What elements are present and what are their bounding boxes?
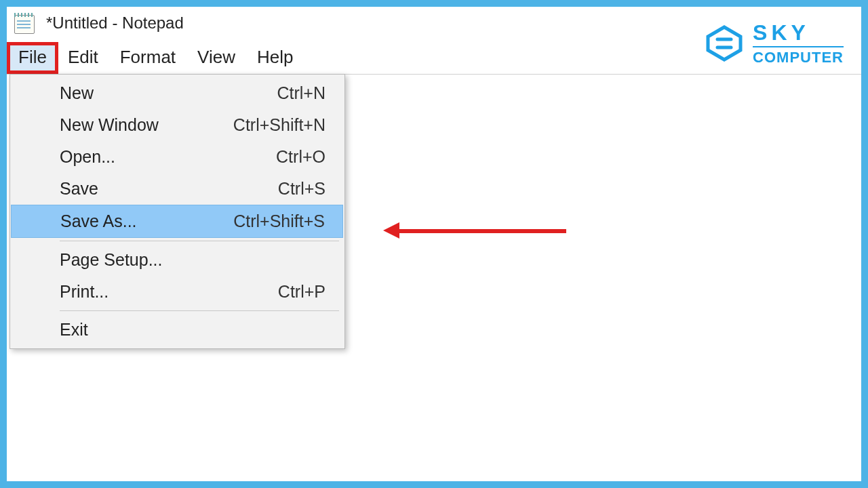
menu-help[interactable]: Help: [246, 43, 304, 73]
menu-item-save[interactable]: Save Ctrl+S: [53, 173, 343, 205]
menu-item-save-as[interactable]: Save As... Ctrl+Shift+S: [11, 205, 343, 238]
menu-item-label: New Window: [60, 115, 159, 135]
menu-item-shortcut: Ctrl+Shift+S: [213, 211, 325, 231]
menu-item-open[interactable]: Open... Ctrl+O: [53, 141, 343, 173]
menu-item-exit[interactable]: Exit: [53, 314, 343, 346]
notepad-window: *Untitled - Notepad File Edit Format Vie…: [7, 7, 861, 481]
file-dropdown-menu: New Ctrl+N New Window Ctrl+Shift+N Open.…: [9, 74, 345, 349]
window-title: *Untitled - Notepad: [46, 14, 184, 33]
menu-edit[interactable]: Edit: [57, 43, 109, 73]
menu-item-print[interactable]: Print... Ctrl+P: [53, 276, 343, 308]
menu-item-page-setup[interactable]: Page Setup...: [53, 244, 343, 276]
menu-item-shortcut: Ctrl+S: [258, 179, 326, 199]
logo-mark-icon: [705, 24, 743, 62]
menu-item-shortcut: Ctrl+Shift+N: [213, 115, 326, 135]
menu-item-shortcut: Ctrl+O: [256, 147, 326, 167]
menu-item-new[interactable]: New Ctrl+N: [53, 77, 343, 109]
menu-separator: [60, 310, 339, 311]
annotation-arrow-icon: [383, 225, 566, 237]
menu-view[interactable]: View: [186, 43, 246, 73]
menu-item-new-window[interactable]: New Window Ctrl+Shift+N: [53, 109, 343, 141]
menu-item-label: Page Setup...: [60, 250, 163, 270]
menu-item-label: Exit: [60, 320, 88, 340]
menu-item-label: Save: [60, 179, 98, 199]
menu-item-label: New: [60, 83, 94, 103]
logo-line1: SKY: [753, 22, 844, 47]
menu-item-label: Print...: [60, 282, 108, 302]
menu-file[interactable]: File: [7, 42, 58, 74]
menu-format[interactable]: Format: [109, 43, 186, 73]
logo-text: SKY COMPUTER: [753, 22, 844, 65]
logo-line2: COMPUTER: [753, 50, 844, 65]
notepad-app-icon: [12, 11, 37, 35]
menu-item-shortcut: Ctrl+N: [256, 83, 326, 103]
menu-item-shortcut: Ctrl+P: [258, 282, 326, 302]
menu-item-label: Save As...: [60, 211, 137, 231]
menu-item-label: Open...: [60, 147, 115, 167]
menu-separator: [60, 241, 339, 241]
sky-computer-logo: SKY COMPUTER: [705, 22, 844, 65]
